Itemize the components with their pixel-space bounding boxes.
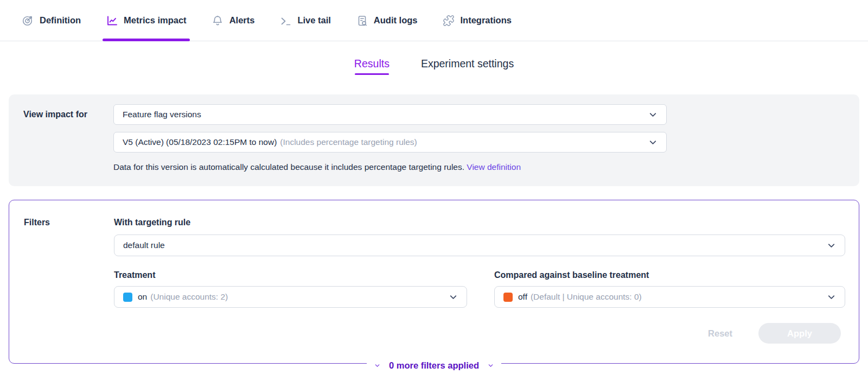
- chevron-down-icon: [648, 110, 658, 119]
- tab-label: Metrics impact: [124, 15, 187, 26]
- baseline-value: off: [518, 292, 527, 302]
- version-note-text: Data for this version is automatically c…: [113, 162, 464, 172]
- version-select[interactable]: V5 (Active) (05/18/2023 02:15PM to now) …: [113, 132, 667, 153]
- line-chart-icon: [106, 15, 118, 27]
- version-value: V5 (Active) (05/18/2023 02:15PM to now): [123, 137, 277, 147]
- more-filters-label: 0 more filters applied: [389, 360, 479, 371]
- version-note: Data for this version is automatically c…: [113, 162, 667, 172]
- chevron-down-icon: [374, 362, 381, 369]
- results-subnav: Results Experiment settings: [0, 58, 868, 75]
- reset-button[interactable]: Reset: [708, 328, 732, 339]
- chevron-down-icon: [827, 241, 836, 250]
- filters-panel: Filters With targeting rule default rule…: [9, 200, 859, 364]
- impact-type-value: Feature flag versions: [123, 110, 201, 119]
- impact-type-select[interactable]: Feature flag versions: [113, 104, 667, 125]
- tab-label: Live tail: [297, 15, 330, 26]
- treatment-label: Treatment: [114, 270, 467, 280]
- more-filters-toggle[interactable]: 0 more filters applied: [367, 360, 501, 371]
- view-impact-panel: View impact for Feature flag versions V5…: [9, 94, 859, 186]
- view-impact-label: View impact for: [23, 104, 113, 172]
- baseline-color-swatch: [503, 293, 513, 302]
- puzzle-icon: [443, 15, 455, 27]
- tab-label: Audit logs: [374, 15, 418, 26]
- baseline-hint: (Default | Unique accounts: 0): [531, 292, 642, 302]
- tab-audit-logs[interactable]: Audit logs: [356, 0, 418, 41]
- targeting-rule-value: default rule: [123, 240, 165, 250]
- tab-label: Definition: [40, 15, 81, 26]
- bell-icon: [212, 15, 224, 27]
- subtab-results[interactable]: Results: [354, 58, 390, 75]
- top-navigation: Definition Metrics impact Alerts: [0, 0, 868, 41]
- apply-button[interactable]: Apply: [758, 323, 841, 344]
- audit-log-icon: [356, 15, 368, 27]
- version-hint: (Includes percentage targeting rules): [280, 137, 417, 147]
- targeting-rule-select[interactable]: default rule: [114, 234, 845, 256]
- treatment-value: on: [138, 292, 147, 302]
- tab-definition[interactable]: Definition: [22, 0, 81, 41]
- target-icon: [22, 15, 34, 27]
- view-definition-link[interactable]: View definition: [467, 162, 521, 172]
- tab-live-tail[interactable]: Live tail: [279, 0, 330, 41]
- tab-label: Integrations: [461, 15, 512, 26]
- targeting-rule-label: With targeting rule: [114, 218, 845, 227]
- baseline-treatment-select[interactable]: off (Default | Unique accounts: 0): [494, 286, 845, 308]
- tab-integrations[interactable]: Integrations: [443, 0, 512, 41]
- tab-metrics-impact[interactable]: Metrics impact: [106, 0, 187, 41]
- filter-actions: Reset Apply: [114, 323, 845, 344]
- tab-label: Alerts: [229, 15, 255, 26]
- chevron-down-icon: [487, 362, 494, 369]
- subtab-experiment-settings[interactable]: Experiment settings: [421, 58, 514, 75]
- chevron-down-icon: [449, 293, 458, 302]
- tab-alerts[interactable]: Alerts: [212, 0, 255, 41]
- terminal-icon: [279, 15, 291, 27]
- baseline-treatment-label: Compared against baseline treatment: [494, 270, 845, 280]
- treatment-color-swatch: [123, 293, 132, 302]
- treatment-select[interactable]: on (Unique accounts: 2): [114, 286, 467, 308]
- filters-label: Filters: [24, 218, 114, 344]
- active-tab-underline: [103, 39, 190, 41]
- chevron-down-icon: [827, 293, 836, 302]
- treatment-hint: (Unique accounts: 2): [150, 292, 228, 302]
- chevron-down-icon: [648, 138, 658, 147]
